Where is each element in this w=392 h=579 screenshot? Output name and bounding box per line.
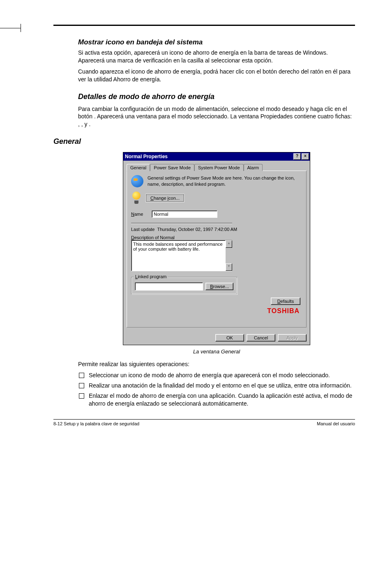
tab-general[interactable]: General bbox=[127, 164, 150, 171]
footer-right: Manual del usuario bbox=[317, 421, 355, 426]
p3-b: . Aparecerá una ventana bbox=[94, 113, 158, 120]
heading-detalles: Detalles de modo de ahorro de energía bbox=[78, 92, 355, 101]
linked-program-input[interactable] bbox=[135, 282, 203, 291]
divider bbox=[131, 223, 232, 224]
list-item: Realizar una anotación de la finalidad d… bbox=[78, 382, 355, 390]
p3-y: y bbox=[85, 121, 89, 127]
ok-button[interactable]: OK bbox=[215, 334, 244, 341]
toshiba-logo: TOSHIBA bbox=[131, 307, 300, 315]
para-1: Si activa esta opción, aparecerá un icon… bbox=[78, 49, 355, 65]
p3-c: para el modo seleccionado. La ventana Pr… bbox=[158, 113, 352, 120]
scroll-down-icon[interactable]: ▼ bbox=[226, 263, 232, 271]
linked-program-label: Linked program bbox=[134, 274, 168, 279]
apply-button[interactable]: Apply bbox=[278, 334, 307, 341]
description-area: This mode balances speed and performance… bbox=[131, 240, 232, 271]
bulb-icon bbox=[131, 191, 142, 205]
window-title: Normal Properties bbox=[125, 154, 293, 159]
last-update-label: Last update bbox=[131, 227, 155, 232]
tab-power-save[interactable]: Power Save Mode bbox=[150, 164, 194, 171]
after-list-intro: Permite realizar las siguientes operacio… bbox=[78, 360, 355, 368]
defaults-button[interactable]: Defaults bbox=[271, 298, 300, 305]
para-2: Cuando aparezca el icono de ahorro de en… bbox=[78, 68, 355, 83]
help-button[interactable]: ? bbox=[293, 153, 301, 160]
browse-button[interactable]: Browse... bbox=[205, 283, 233, 290]
list-item: Enlazar el modo de ahorro de energía con… bbox=[78, 392, 355, 408]
page-footer: 8-12 Setup y la palabra clave de segurid… bbox=[53, 419, 355, 426]
linked-program-group: Linked program Browse... bbox=[131, 277, 237, 294]
bullet-list: Seleccionar un icono de modo de ahorro d… bbox=[78, 371, 355, 408]
list-item: Seleccionar un icono de modo de ahorro d… bbox=[78, 371, 355, 379]
intro-text: General settings of Power Save Mode are … bbox=[148, 175, 302, 187]
change-icon-button[interactable]: Change icon... bbox=[146, 194, 184, 202]
tab-system-power[interactable]: System Power Mode bbox=[194, 164, 243, 171]
p3-comma2: , bbox=[81, 121, 85, 127]
scroll-up-icon[interactable]: ▲ bbox=[226, 240, 232, 248]
heading-general: General bbox=[53, 137, 355, 146]
tab-strip: General Power Save Mode System Power Mod… bbox=[127, 164, 307, 171]
p3-period: . bbox=[89, 121, 90, 127]
heading-mostrar-icono: Mostrar icono en bandeja del sistema bbox=[78, 38, 355, 46]
p3-comma1: , bbox=[78, 121, 81, 127]
name-input[interactable]: Normal bbox=[152, 210, 217, 218]
crop-mark bbox=[0, 24, 25, 32]
scrollbar[interactable]: ▲ ▼ bbox=[226, 240, 232, 271]
cancel-button[interactable]: Cancel bbox=[247, 334, 275, 341]
footer-left: 8-12 Setup y la palabra clave de segurid… bbox=[53, 421, 139, 426]
para-3: Para cambiar la configuración de un modo… bbox=[78, 105, 355, 129]
last-update-value: Thursday, October 02, 1997 7:42:00 AM bbox=[157, 227, 237, 232]
description-label: Description of Normal bbox=[131, 235, 302, 240]
tab-alarm[interactable]: Alarm bbox=[244, 164, 263, 171]
tab-panel-general: General settings of Power Save Mode are … bbox=[127, 171, 307, 328]
dialog-button-row: OK Cancel Apply bbox=[123, 331, 310, 345]
close-button[interactable]: × bbox=[302, 153, 309, 160]
figure-caption: La ventana General bbox=[78, 348, 355, 355]
last-update-row: Last update Thursday, October 02, 1997 7… bbox=[131, 227, 302, 232]
top-rule bbox=[53, 25, 355, 26]
description-textarea[interactable]: This mode balances speed and performance… bbox=[131, 240, 226, 271]
title-bar[interactable]: Normal Properties ? × bbox=[123, 152, 310, 161]
globe-icon bbox=[131, 175, 143, 187]
properties-dialog: Normal Properties ? × General Power Save… bbox=[123, 152, 310, 345]
change-icon-label: Change icon... bbox=[150, 196, 180, 201]
name-label: Name bbox=[131, 212, 148, 217]
